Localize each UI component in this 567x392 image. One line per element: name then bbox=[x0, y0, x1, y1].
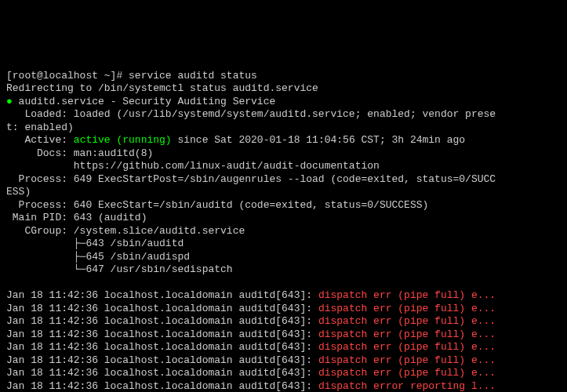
redirect-line: Redirecting to /bin/systemctl status aud… bbox=[6, 82, 318, 94]
process-line-2: Process: 640 ExecStart=/sbin/auditd (cod… bbox=[6, 199, 428, 211]
active-since: since Sat 2020-01-18 11:04:56 CST; 3h 24… bbox=[172, 134, 465, 146]
log-prefix: Jan 18 11:42:36 localhost.localdomain au… bbox=[6, 341, 318, 353]
status-dot-icon: ● bbox=[6, 96, 13, 107]
log-prefix: Jan 18 11:42:36 localhost.localdomain au… bbox=[6, 303, 318, 314]
service-name: auditd.service - Security Auditing Servi… bbox=[13, 96, 275, 107]
log-line: Jan 18 11:42:36 localhost.localdomain au… bbox=[6, 367, 496, 379]
cgroup-entry: ├─643 /sbin/auditd bbox=[6, 238, 184, 249]
main-pid-line: Main PID: 643 (auditd) bbox=[6, 212, 147, 223]
log-message: dispatch err (pipe full) e... bbox=[318, 354, 496, 366]
log-line: Jan 18 11:42:36 localhost.localdomain au… bbox=[6, 341, 496, 353]
cgroup-header: CGroup: /system.slice/auditd.service bbox=[6, 225, 245, 237]
process-line-1b: ESS) bbox=[6, 186, 31, 198]
cgroup-entry: ├─645 /sbin/audispd bbox=[6, 251, 190, 263]
loaded-line-1: Loaded: loaded (/usr/lib/systemd/system/… bbox=[6, 108, 496, 120]
log-message: dispatch error reporting l... bbox=[318, 380, 496, 392]
log-message: dispatch err (pipe full) e... bbox=[318, 341, 496, 353]
log-line: Jan 18 11:42:36 localhost.localdomain au… bbox=[6, 303, 496, 314]
log-message: dispatch err (pipe full) e... bbox=[318, 315, 496, 327]
docs-line-1: Docs: man:auditd(8) bbox=[6, 147, 153, 159]
shell-prompt: [root@localhost ~]# bbox=[6, 70, 129, 82]
log-line: Jan 18 11:42:36 localhost.localdomain au… bbox=[6, 328, 496, 340]
log-line: Jan 18 11:42:36 localhost.localdomain au… bbox=[6, 354, 496, 366]
log-line: Jan 18 11:42:36 localhost.localdomain au… bbox=[6, 380, 496, 392]
unit-header: ● auditd.service - Security Auditing Ser… bbox=[6, 96, 275, 107]
active-label: Active: bbox=[6, 134, 74, 146]
log-lines: Jan 18 11:42:36 localhost.localdomain au… bbox=[6, 289, 561, 392]
docs-line-2: https://github.com/linux-audit/audit-doc… bbox=[6, 160, 380, 172]
log-message: dispatch err (pipe full) e... bbox=[318, 289, 496, 301]
log-line: Jan 18 11:42:36 localhost.localdomain au… bbox=[6, 315, 496, 327]
log-prefix: Jan 18 11:42:36 localhost.localdomain au… bbox=[6, 354, 318, 366]
active-line: Active: active (running) since Sat 2020-… bbox=[6, 134, 465, 146]
log-prefix: Jan 18 11:42:36 localhost.localdomain au… bbox=[6, 367, 318, 379]
log-message: dispatch err (pipe full) e... bbox=[318, 367, 496, 379]
log-prefix: Jan 18 11:42:36 localhost.localdomain au… bbox=[6, 380, 318, 392]
cgroup-entry: └─647 /usr/sbin/sedispatch bbox=[6, 263, 233, 275]
log-message: dispatch err (pipe full) e... bbox=[318, 303, 496, 314]
log-message: dispatch err (pipe full) e... bbox=[318, 328, 496, 340]
terminal-output: [root@localhost ~]# service auditd statu… bbox=[6, 56, 561, 392]
process-line-1: Process: 649 ExecStartPost=/sbin/augenru… bbox=[6, 173, 496, 185]
log-prefix: Jan 18 11:42:36 localhost.localdomain au… bbox=[6, 328, 318, 340]
loaded-line-2: t: enabled) bbox=[6, 122, 74, 133]
active-state: active (running) bbox=[74, 134, 172, 146]
log-prefix: Jan 18 11:42:36 localhost.localdomain au… bbox=[6, 315, 318, 327]
typed-command: service auditd status bbox=[129, 70, 257, 82]
prompt-line: [root@localhost ~]# service auditd statu… bbox=[6, 70, 257, 82]
log-line: Jan 18 11:42:36 localhost.localdomain au… bbox=[6, 289, 496, 301]
log-prefix: Jan 18 11:42:36 localhost.localdomain au… bbox=[6, 289, 318, 301]
